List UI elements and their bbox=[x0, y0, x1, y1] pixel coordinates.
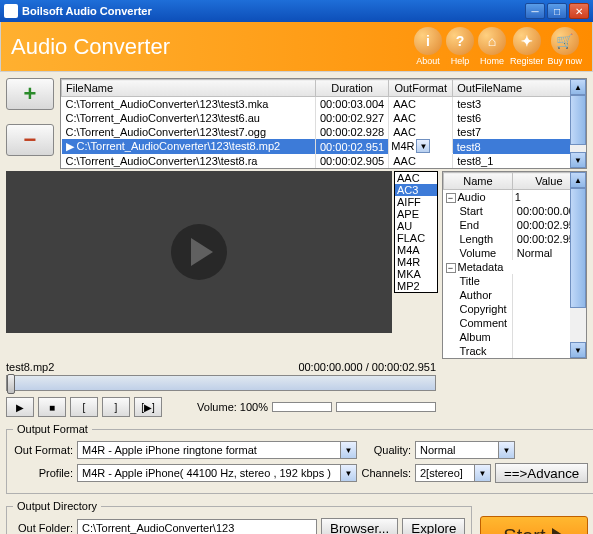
format-option[interactable]: MKA bbox=[395, 268, 437, 280]
property-row[interactable]: Track bbox=[444, 344, 586, 358]
channels-label: Channels: bbox=[361, 467, 411, 479]
out-format-label: Out Format: bbox=[13, 444, 73, 456]
level-meter bbox=[336, 402, 436, 412]
home-icon: ⌂ bbox=[478, 27, 506, 55]
chevron-down-icon[interactable]: ▼ bbox=[474, 465, 490, 481]
playback-time: 00:00:00.000 / 00:00:02.951 bbox=[298, 361, 436, 373]
output-format-fieldset: Output Format Out Format: M4R - Apple iP… bbox=[6, 423, 593, 494]
play-button[interactable]: ▶ bbox=[6, 397, 34, 417]
help-button[interactable]: ? Help bbox=[446, 27, 474, 66]
output-directory-fieldset: Output Directory Out Folder: C:\Torrent_… bbox=[6, 500, 472, 534]
col-outformat-header[interactable]: OutFormat bbox=[389, 80, 453, 97]
about-button[interactable]: i About bbox=[414, 27, 442, 66]
table-row[interactable]: ▶ C:\Torrent_AudioConverter\123\test8.mp… bbox=[62, 139, 586, 154]
window-titlebar: Boilsoft Audio Converter ─ □ ✕ bbox=[0, 0, 593, 22]
app-icon bbox=[4, 4, 18, 18]
props-scrollbar[interactable]: ▲ ▼ bbox=[570, 172, 586, 358]
format-option[interactable]: AC3 bbox=[395, 184, 437, 196]
seek-slider[interactable] bbox=[6, 375, 436, 391]
app-header: Audio Converter i About ? Help ⌂ Home ✦ … bbox=[0, 22, 593, 72]
explore-button[interactable]: Explore bbox=[402, 518, 465, 534]
output-format-legend: Output Format bbox=[13, 423, 92, 435]
browse-button[interactable]: Browser... bbox=[321, 518, 398, 534]
volume-bar[interactable] bbox=[272, 402, 332, 412]
chevron-down-icon[interactable]: ▼ bbox=[498, 442, 514, 458]
format-option[interactable]: AAC bbox=[395, 172, 437, 184]
app-title: Audio Converter bbox=[11, 34, 414, 60]
chevron-down-icon[interactable]: ▼ bbox=[340, 442, 356, 458]
props-scroll-thumb[interactable] bbox=[570, 188, 586, 308]
format-option[interactable]: AIFF bbox=[395, 196, 437, 208]
chevron-down-icon[interactable]: ▼ bbox=[340, 465, 356, 481]
maximize-button[interactable]: □ bbox=[547, 3, 567, 19]
format-option[interactable]: AU bbox=[395, 220, 437, 232]
file-table: FileName Duration OutFormat OutFileName … bbox=[60, 78, 587, 169]
property-row[interactable]: Author bbox=[444, 288, 586, 302]
register-button[interactable]: ✦ Register bbox=[510, 27, 544, 66]
advance-button[interactable]: ==>Advance bbox=[495, 463, 588, 483]
stop-button[interactable]: ■ bbox=[38, 397, 66, 417]
collapse-icon[interactable]: − bbox=[446, 193, 456, 203]
props-scroll-up[interactable]: ▲ bbox=[570, 172, 586, 188]
cart-icon: 🛒 bbox=[551, 27, 579, 55]
quality-label: Quality: bbox=[361, 444, 411, 456]
remove-file-button[interactable]: − bbox=[6, 124, 54, 156]
window-title: Boilsoft Audio Converter bbox=[22, 5, 525, 17]
volume-label: Volume: 100% bbox=[197, 401, 268, 413]
table-row[interactable]: C:\Torrent_AudioConverter\123\test3.mka0… bbox=[62, 97, 586, 112]
profile-label: Profile: bbox=[13, 467, 73, 479]
format-option[interactable]: M4R bbox=[395, 256, 437, 268]
col-duration-header[interactable]: Duration bbox=[316, 80, 389, 97]
out-folder-input[interactable]: C:\Torrent_AudioConverter\123 bbox=[77, 519, 317, 534]
format-dropdown-list[interactable]: AACAC3AIFFAPEAUFLACM4AM4RMKAMP2 bbox=[394, 171, 438, 293]
table-row[interactable]: C:\Torrent_AudioConverter\123\test6.au00… bbox=[62, 111, 586, 125]
format-option[interactable]: MP2 bbox=[395, 280, 437, 292]
props-scroll-down[interactable]: ▼ bbox=[570, 342, 586, 358]
format-option[interactable]: FLAC bbox=[395, 232, 437, 244]
buy-now-button[interactable]: 🛒 Buy now bbox=[547, 27, 582, 66]
key-icon: ✦ bbox=[513, 27, 541, 55]
play-icon[interactable] bbox=[171, 224, 227, 280]
format-option[interactable]: M4A bbox=[395, 244, 437, 256]
table-scrollbar[interactable]: ▲ ▼ bbox=[570, 79, 586, 168]
property-row[interactable]: End00:00:02.951 bbox=[444, 218, 586, 232]
collapse-icon[interactable]: − bbox=[446, 263, 456, 273]
property-row[interactable]: Start00:00:00.000 bbox=[444, 204, 586, 218]
property-row[interactable]: Comment bbox=[444, 316, 586, 330]
prop-name-header[interactable]: Name bbox=[444, 173, 513, 190]
minimize-button[interactable]: ─ bbox=[525, 3, 545, 19]
format-option[interactable]: APE bbox=[395, 208, 437, 220]
profile-select[interactable]: M4R - Apple iPhone( 44100 Hz, stereo , 1… bbox=[77, 464, 357, 482]
out-format-select[interactable]: M4R - Apple iPhone ringtone format ▼ bbox=[77, 441, 357, 459]
scroll-thumb[interactable] bbox=[570, 95, 586, 145]
current-file-label: test8.mp2 bbox=[6, 361, 298, 373]
properties-panel: Name Value −Audio1Start00:00:00.000End00… bbox=[442, 171, 587, 359]
quality-select[interactable]: Normal ▼ bbox=[415, 441, 515, 459]
col-outfilename-header[interactable]: OutFileName bbox=[453, 80, 586, 97]
preview-pane bbox=[6, 171, 392, 333]
info-icon: i bbox=[414, 27, 442, 55]
close-button[interactable]: ✕ bbox=[569, 3, 589, 19]
add-file-button[interactable]: + bbox=[6, 78, 54, 110]
help-icon: ? bbox=[446, 27, 474, 55]
output-directory-legend: Output Directory bbox=[13, 500, 101, 512]
table-row[interactable]: C:\Torrent_AudioConverter\123\test8.ra00… bbox=[62, 154, 586, 168]
property-row[interactable]: Length00:00:02.951 bbox=[444, 232, 586, 246]
out-folder-label: Out Folder: bbox=[13, 522, 73, 534]
scroll-up-button[interactable]: ▲ bbox=[570, 79, 586, 95]
seek-thumb[interactable] bbox=[7, 374, 15, 394]
goto-mark-button[interactable]: [▶] bbox=[134, 397, 162, 417]
mark-in-button[interactable]: [ bbox=[70, 397, 98, 417]
property-row[interactable]: Title bbox=[444, 274, 586, 288]
start-button[interactable]: Start bbox=[480, 516, 588, 535]
channels-select[interactable]: 2[stereo] ▼ bbox=[415, 464, 491, 482]
scroll-down-button[interactable]: ▼ bbox=[570, 152, 586, 168]
col-filename-header[interactable]: FileName bbox=[62, 80, 316, 97]
property-row[interactable]: VolumeNormal bbox=[444, 246, 586, 260]
home-button[interactable]: ⌂ Home bbox=[478, 27, 506, 66]
chevron-down-icon[interactable]: ▼ bbox=[416, 139, 430, 153]
property-row[interactable]: Album bbox=[444, 330, 586, 344]
mark-out-button[interactable]: ] bbox=[102, 397, 130, 417]
table-row[interactable]: C:\Torrent_AudioConverter\123\test7.ogg0… bbox=[62, 125, 586, 139]
property-row[interactable]: Copyright bbox=[444, 302, 586, 316]
